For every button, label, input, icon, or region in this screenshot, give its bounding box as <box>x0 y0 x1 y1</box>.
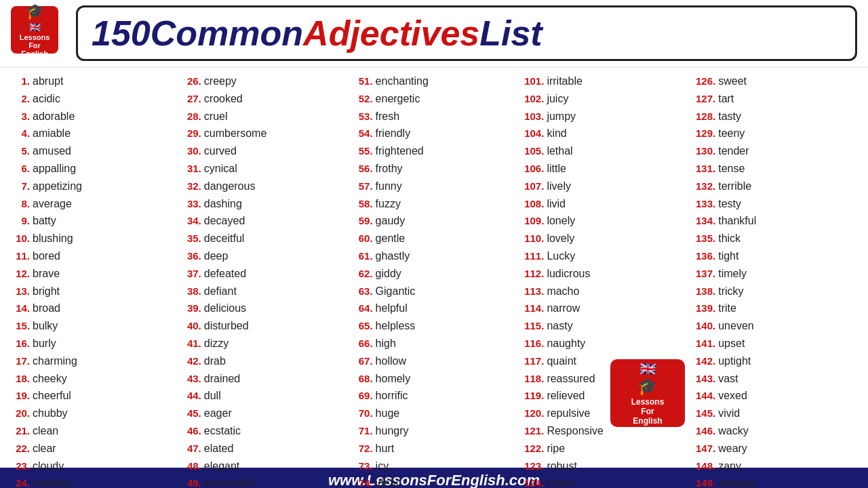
item-number: 29. <box>178 125 201 141</box>
item-number: 22. <box>7 441 30 456</box>
item-word: curved <box>204 143 237 160</box>
item-number: 48. <box>178 458 201 474</box>
logo-bg: 🇬🇧 Lessons For English <box>11 6 58 54</box>
list-item: 104.kind <box>521 125 690 142</box>
item-word: elegant <box>204 458 240 475</box>
item-number: 144. <box>692 388 715 403</box>
list-item: 4.amiable <box>7 125 176 142</box>
item-number: 71. <box>350 423 373 439</box>
list-item: 136.tight <box>692 248 861 265</box>
item-word: testy <box>718 196 741 213</box>
content: 1.abrupt2.acidic3.adorable4.amiable5.amu… <box>0 68 868 468</box>
title-container: 150 Common Adjectives List <box>76 5 857 61</box>
list-item: 143.vast <box>692 371 861 388</box>
item-number: 115. <box>521 318 544 333</box>
item-number: 17. <box>7 353 30 369</box>
item-word: livid <box>547 196 566 213</box>
item-number: 38. <box>178 283 201 299</box>
list-item: 39.delicious <box>178 300 347 317</box>
item-number: 55. <box>350 143 373 159</box>
list-item: 147.weary <box>692 441 861 458</box>
item-word: decayed <box>204 213 245 230</box>
title-adjectives: Adjectives <box>303 13 479 54</box>
item-word: defiant <box>204 283 237 300</box>
item-word: bright <box>33 283 60 300</box>
item-word: tasty <box>718 108 741 125</box>
list-item: 114.narrow <box>521 300 690 317</box>
item-word: irritable <box>547 73 582 90</box>
item-word: lively <box>547 178 571 195</box>
list-item: 101.irritable <box>521 73 690 90</box>
item-number: 59. <box>350 213 373 228</box>
item-word: Responsive <box>547 423 604 440</box>
item-number: 18. <box>7 371 30 386</box>
item-word: jumpy <box>547 108 576 125</box>
list-item: 69.horrific <box>350 388 519 405</box>
list-item: 124.rotten <box>521 475 690 488</box>
item-word: ideal <box>376 475 399 488</box>
item-word: horrific <box>376 388 408 405</box>
item-word: drained <box>204 371 240 388</box>
list-item: 45.eager <box>178 405 347 422</box>
item-word: acidic <box>33 91 60 108</box>
list-item: 60.gentle <box>350 230 519 247</box>
item-word: tart <box>718 91 734 108</box>
item-number: 54. <box>350 125 373 141</box>
list-item: 140.uneven <box>692 318 861 335</box>
item-word: tricky <box>718 283 743 300</box>
item-word: lovely <box>547 230 574 247</box>
item-word: appalling <box>33 161 76 178</box>
item-word: lethal <box>547 143 572 160</box>
item-number: 27. <box>178 91 201 106</box>
item-word: burly <box>33 336 56 352</box>
item-word: funny <box>376 178 402 195</box>
list-item: 59.gaudy <box>350 213 519 230</box>
item-word: cruel <box>204 108 228 125</box>
item-number: 69. <box>350 388 373 403</box>
item-word: dizzy <box>204 336 229 352</box>
list-item: 111.Lucky <box>521 248 690 265</box>
item-word: elated <box>204 441 234 458</box>
item-word: average <box>33 196 72 213</box>
item-number: 74. <box>350 475 373 488</box>
item-word: homely <box>376 371 411 388</box>
item-word: macho <box>547 283 579 300</box>
list-item: 142.uptight <box>692 353 861 370</box>
item-word: friendly <box>376 125 411 142</box>
item-number: 39. <box>178 300 201 316</box>
list-item: 21.clean <box>7 423 176 440</box>
item-number: 62. <box>350 266 373 281</box>
list-item: 18.cheeky <box>7 371 176 388</box>
list-item: 12.brave <box>7 266 176 283</box>
list-item: 22.clear <box>7 441 176 458</box>
list-item: 49.emaciated <box>178 475 347 488</box>
item-word: emaciated <box>204 475 254 488</box>
list-item: 74.ideal <box>350 475 519 488</box>
list-item: 67.hollow <box>350 353 519 370</box>
list-item: 7.appetizing <box>7 178 176 195</box>
list-item: 115.nasty <box>521 318 690 335</box>
item-word: enchanting <box>376 73 429 90</box>
item-number: 113. <box>521 283 544 299</box>
item-number: 101. <box>521 73 544 89</box>
list-item: 24.clueless <box>7 475 176 488</box>
item-number: 41. <box>178 336 201 351</box>
item-word: narrow <box>547 300 580 317</box>
list-item: 70.huge <box>350 405 519 422</box>
list-item: 10.blushing <box>7 230 176 247</box>
item-word: bulky <box>33 318 58 335</box>
item-word: eager <box>204 405 232 422</box>
item-number: 124. <box>521 475 544 488</box>
list-item: 126.sweet <box>692 73 861 90</box>
item-word: disturbed <box>204 318 249 335</box>
item-number: 136. <box>692 248 715 264</box>
item-word: Lucky <box>547 248 575 265</box>
item-number: 112. <box>521 266 544 281</box>
item-number: 60. <box>350 230 373 246</box>
list-item: 135.thick <box>692 230 861 247</box>
item-number: 116. <box>521 336 544 351</box>
item-word: ecstatic <box>204 423 241 440</box>
item-word: hurt <box>376 441 395 458</box>
logo-text2: For <box>28 41 41 49</box>
item-word: crooked <box>204 91 243 108</box>
